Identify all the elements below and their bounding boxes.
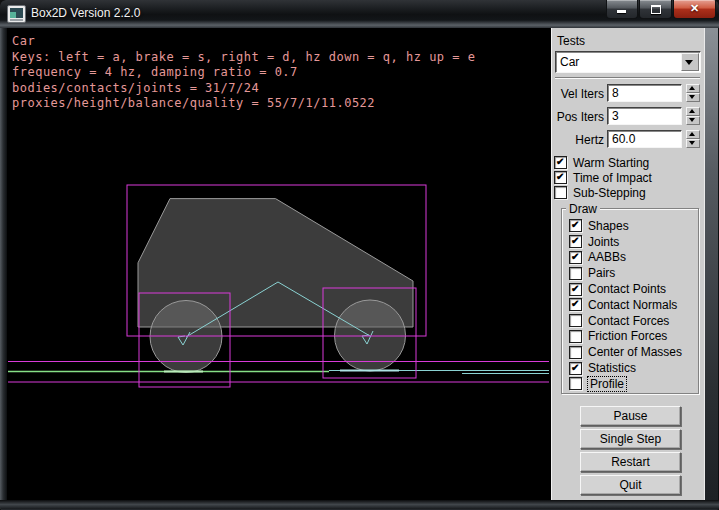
shapes-checkbox[interactable]: ✔ bbox=[569, 219, 582, 232]
checkmark-icon: ✔ bbox=[571, 235, 579, 246]
tests-dropdown-value: Car bbox=[560, 55, 579, 69]
contact-forces-checkbox[interactable] bbox=[569, 314, 582, 327]
window-border-left bbox=[0, 28, 7, 510]
aabbs-checkbox[interactable]: ✔ bbox=[569, 251, 582, 264]
checkmark-icon: ✔ bbox=[571, 251, 579, 262]
pause-button[interactable]: Pause bbox=[580, 406, 681, 426]
profile-checkbox[interactable] bbox=[569, 377, 582, 390]
hertz-spinner bbox=[686, 130, 700, 147]
joints-checkbox[interactable]: ✔ bbox=[569, 235, 582, 248]
draw-list: ✔Shapes✔Joints✔AABBsPairs✔Contact Points… bbox=[569, 218, 682, 392]
separator bbox=[555, 77, 700, 79]
center-of-masses-label: Center of Masses bbox=[588, 345, 682, 359]
minimize-icon bbox=[617, 10, 626, 13]
arrow-up-icon bbox=[689, 109, 695, 113]
pos-iters-spin-down-button[interactable] bbox=[686, 116, 700, 125]
friction-forces-row: Friction Forces bbox=[569, 329, 682, 345]
arrow-up-icon bbox=[689, 132, 695, 136]
profile-label: Profile bbox=[588, 377, 626, 391]
maximize-button[interactable] bbox=[639, 0, 672, 19]
checkmark-icon: ✔ bbox=[556, 171, 564, 182]
draw-group-label: Draw bbox=[566, 202, 600, 216]
vel-iters-spin-down-button[interactable] bbox=[686, 93, 700, 102]
simulation-canvas[interactable]: CarKeys: left = a, brake = s, right = d,… bbox=[7, 28, 550, 500]
pos-iters-spin-up-button[interactable] bbox=[686, 107, 700, 116]
contact-points-row: ✔Contact Points bbox=[569, 281, 682, 297]
pos-iters-label: Pos Iters bbox=[552, 110, 604, 124]
tests-dropdown[interactable]: Car bbox=[555, 51, 701, 73]
warm-starting-row: ✔Warm Starting bbox=[554, 155, 652, 170]
quit-button[interactable]: Quit bbox=[580, 475, 681, 495]
center-of-masses-checkbox[interactable] bbox=[569, 346, 582, 359]
sub-stepping-row: Sub-Stepping bbox=[554, 185, 652, 200]
aabbs-row: ✔AABBs bbox=[569, 250, 682, 266]
joints-row: ✔Joints bbox=[569, 234, 682, 250]
friction-forces-label: Friction Forces bbox=[588, 329, 667, 343]
tests-label: Tests bbox=[557, 34, 585, 48]
hertz-label: Hertz bbox=[552, 133, 604, 147]
hertz-spin-down-button[interactable] bbox=[686, 139, 700, 148]
profile-row: Profile bbox=[569, 376, 682, 392]
statistics-row: ✔Statistics bbox=[569, 360, 682, 376]
checkmark-icon: ✔ bbox=[571, 362, 579, 373]
statistics-checkbox[interactable]: ✔ bbox=[569, 362, 582, 375]
debug-text-line: proxies/height/balance/quality = 55/7/1/… bbox=[12, 96, 475, 112]
arrow-down-icon bbox=[689, 95, 695, 99]
vel-iters-input[interactable]: 8 bbox=[607, 84, 682, 102]
shapes-label: Shapes bbox=[588, 219, 629, 233]
window-border-bottom bbox=[0, 500, 719, 510]
toggle-list: ✔Warm Starting✔Time of ImpactSub-Steppin… bbox=[554, 155, 652, 201]
vel-iters-spinner bbox=[686, 84, 700, 101]
hertz-input[interactable]: 60.0 bbox=[607, 130, 682, 148]
arrow-down-icon bbox=[689, 118, 695, 122]
pos-iters-input[interactable]: 3 bbox=[607, 107, 682, 125]
joints-label: Joints bbox=[588, 235, 619, 249]
maximize-icon bbox=[651, 5, 661, 14]
pairs-label: Pairs bbox=[588, 266, 615, 280]
pos-iters-row: Pos Iters3 bbox=[552, 106, 704, 129]
window-title: Box2D Version 2.2.0 bbox=[31, 6, 140, 20]
contact-forces-label: Contact Forces bbox=[588, 314, 669, 328]
time-of-impact-checkbox[interactable]: ✔ bbox=[554, 171, 567, 184]
hertz-spin-up-button[interactable] bbox=[686, 130, 700, 139]
statistics-label: Statistics bbox=[588, 361, 636, 375]
single-step-button[interactable]: Single Step bbox=[580, 429, 681, 449]
shapes-row: ✔Shapes bbox=[569, 218, 682, 234]
sub-stepping-checkbox[interactable] bbox=[554, 186, 567, 199]
pairs-checkbox[interactable] bbox=[569, 267, 582, 280]
contact-forces-row: Contact Forces bbox=[569, 313, 682, 329]
debug-text: CarKeys: left = a, brake = s, right = d,… bbox=[12, 34, 475, 112]
warm-starting-label: Warm Starting bbox=[573, 156, 649, 170]
restart-button[interactable]: Restart bbox=[580, 452, 681, 472]
window-border-right bbox=[703, 28, 719, 510]
window-controls: ✕ bbox=[605, 0, 716, 19]
checkmark-icon: ✔ bbox=[556, 156, 564, 167]
application-window: Box2D Version 2.2.0 ✕ bbox=[0, 0, 719, 510]
checkmark-icon: ✔ bbox=[571, 283, 579, 294]
contact-normals-checkbox[interactable]: ✔ bbox=[569, 298, 582, 311]
contact-points-checkbox[interactable]: ✔ bbox=[569, 283, 582, 296]
contact-normals-label: Contact Normals bbox=[588, 298, 677, 312]
close-button[interactable]: ✕ bbox=[673, 0, 716, 19]
time-of-impact-label: Time of Impact bbox=[573, 171, 652, 185]
vel-iters-row: Vel Iters8 bbox=[552, 83, 704, 106]
contact-normals-row: ✔Contact Normals bbox=[569, 297, 682, 313]
debug-text-line: Car bbox=[12, 34, 475, 50]
vel-iters-spin-up-button[interactable] bbox=[686, 84, 700, 93]
tests-dropdown-button[interactable] bbox=[681, 53, 699, 71]
vel-iters-label: Vel Iters bbox=[552, 87, 604, 101]
sub-stepping-label: Sub-Stepping bbox=[573, 186, 646, 200]
app-icon bbox=[7, 5, 26, 23]
aabbs-label: AABBs bbox=[588, 250, 626, 264]
friction-forces-checkbox[interactable] bbox=[569, 330, 582, 343]
pairs-row: Pairs bbox=[569, 265, 682, 281]
arrow-down-icon bbox=[689, 141, 695, 145]
time-of-impact-row: ✔Time of Impact bbox=[554, 170, 652, 185]
hertz-row: Hertz60.0 bbox=[552, 129, 704, 152]
title-bar[interactable]: Box2D Version 2.2.0 ✕ bbox=[0, 0, 719, 29]
warm-starting-checkbox[interactable]: ✔ bbox=[554, 156, 567, 169]
checkmark-icon: ✔ bbox=[571, 298, 579, 309]
minimize-button[interactable] bbox=[606, 0, 638, 19]
arrow-up-icon bbox=[689, 86, 695, 90]
debug-text-line: Keys: left = a, brake = s, right = d, hz… bbox=[12, 50, 475, 66]
